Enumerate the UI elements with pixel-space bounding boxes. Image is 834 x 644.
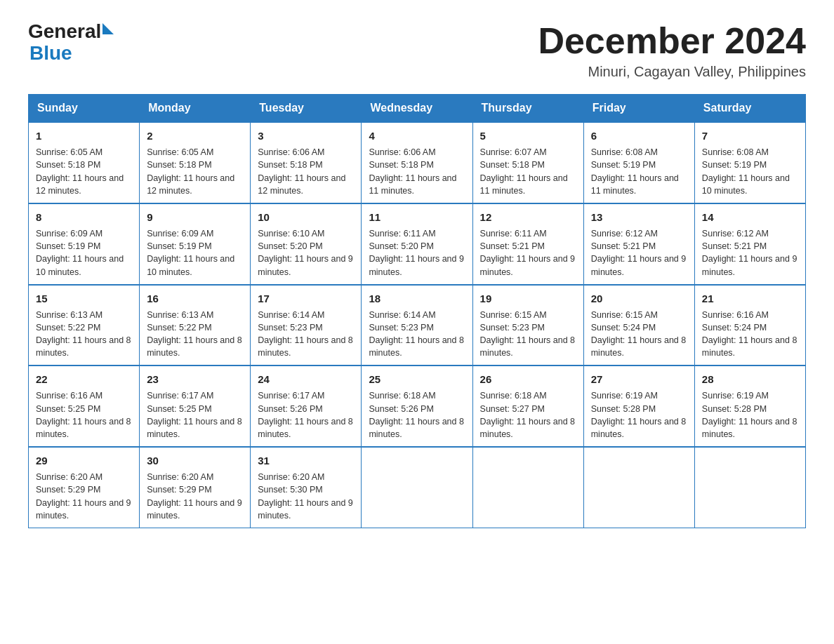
day-number: 27	[591, 372, 687, 387]
calendar-cell: 21Sunrise: 6:16 AMSunset: 5:24 PMDayligh…	[694, 285, 805, 366]
calendar-cell	[362, 447, 472, 528]
week-row-3: 15Sunrise: 6:13 AMSunset: 5:22 PMDayligh…	[29, 285, 806, 366]
calendar-cell: 23Sunrise: 6:17 AMSunset: 5:25 PMDayligh…	[140, 365, 251, 447]
day-number: 6	[591, 128, 687, 143]
calendar-cell: 13Sunrise: 6:12 AMSunset: 5:21 PMDayligh…	[583, 203, 694, 285]
calendar-cell: 9Sunrise: 6:09 AMSunset: 5:19 PMDaylight…	[140, 203, 251, 285]
day-info: Sunrise: 6:20 AMSunset: 5:30 PMDaylight:…	[258, 472, 353, 521]
day-number: 8	[36, 210, 132, 224]
day-info: Sunrise: 6:08 AMSunset: 5:19 PMDaylight:…	[591, 147, 679, 196]
day-number: 3	[258, 128, 354, 143]
day-number: 2	[147, 128, 243, 143]
day-number: 30	[147, 453, 243, 468]
day-info: Sunrise: 6:12 AMSunset: 5:21 PMDaylight:…	[591, 229, 687, 277]
day-number: 4	[369, 128, 465, 143]
logo-general-text: General	[28, 21, 101, 43]
column-header-wednesday: Wednesday	[362, 95, 472, 123]
week-row-5: 29Sunrise: 6:20 AMSunset: 5:29 PMDayligh…	[29, 447, 806, 528]
day-info: Sunrise: 6:18 AMSunset: 5:27 PMDaylight:…	[480, 391, 576, 439]
calendar-cell	[583, 447, 694, 528]
day-number: 13	[591, 210, 687, 224]
day-number: 11	[369, 210, 465, 224]
calendar-cell: 5Sunrise: 6:07 AMSunset: 5:18 PMDaylight…	[472, 122, 583, 203]
calendar-cell: 3Sunrise: 6:06 AMSunset: 5:18 PMDaylight…	[251, 122, 362, 203]
calendar-cell: 12Sunrise: 6:11 AMSunset: 5:21 PMDayligh…	[472, 203, 583, 285]
calendar-cell: 26Sunrise: 6:18 AMSunset: 5:27 PMDayligh…	[472, 365, 583, 447]
month-title: December 2024	[538, 21, 806, 61]
column-header-monday: Monday	[140, 95, 251, 123]
day-info: Sunrise: 6:09 AMSunset: 5:19 PMDaylight:…	[147, 229, 234, 277]
calendar-cell: 7Sunrise: 6:08 AMSunset: 5:19 PMDaylight…	[694, 122, 805, 203]
calendar-cell: 10Sunrise: 6:10 AMSunset: 5:20 PMDayligh…	[251, 203, 362, 285]
calendar-table: SundayMondayTuesdayWednesdayThursdayFrid…	[28, 94, 806, 528]
day-number: 21	[702, 291, 798, 306]
calendar-cell: 18Sunrise: 6:14 AMSunset: 5:23 PMDayligh…	[362, 285, 472, 366]
calendar-cell: 20Sunrise: 6:15 AMSunset: 5:24 PMDayligh…	[583, 285, 694, 366]
day-info: Sunrise: 6:07 AMSunset: 5:18 PMDaylight:…	[480, 147, 568, 196]
day-info: Sunrise: 6:15 AMSunset: 5:24 PMDaylight:…	[591, 310, 687, 358]
page-header: General Blue December 2024 Minuri, Cagay…	[28, 21, 806, 80]
day-number: 19	[480, 291, 576, 306]
day-number: 22	[36, 372, 132, 387]
calendar-cell: 19Sunrise: 6:15 AMSunset: 5:23 PMDayligh…	[472, 285, 583, 366]
column-header-sunday: Sunday	[29, 95, 140, 123]
day-number: 17	[258, 291, 354, 306]
column-header-thursday: Thursday	[472, 95, 583, 123]
day-info: Sunrise: 6:10 AMSunset: 5:20 PMDaylight:…	[258, 229, 353, 277]
day-number: 25	[369, 372, 465, 387]
day-number: 9	[147, 210, 243, 224]
calendar-cell: 15Sunrise: 6:13 AMSunset: 5:22 PMDayligh…	[29, 285, 140, 366]
day-number: 26	[480, 372, 576, 387]
column-header-tuesday: Tuesday	[251, 95, 362, 123]
calendar-cell: 6Sunrise: 6:08 AMSunset: 5:19 PMDaylight…	[583, 122, 694, 203]
calendar-cell: 16Sunrise: 6:13 AMSunset: 5:22 PMDayligh…	[140, 285, 251, 366]
calendar-cell: 31Sunrise: 6:20 AMSunset: 5:30 PMDayligh…	[251, 447, 362, 528]
day-number: 15	[36, 291, 132, 306]
calendar-cell	[472, 447, 583, 528]
day-number: 5	[480, 128, 576, 143]
week-row-1: 1Sunrise: 6:05 AMSunset: 5:18 PMDaylight…	[29, 122, 806, 203]
day-info: Sunrise: 6:20 AMSunset: 5:29 PMDaylight:…	[147, 472, 242, 521]
calendar-cell: 24Sunrise: 6:17 AMSunset: 5:26 PMDayligh…	[251, 365, 362, 447]
day-info: Sunrise: 6:20 AMSunset: 5:29 PMDaylight:…	[36, 472, 131, 521]
day-info: Sunrise: 6:05 AMSunset: 5:18 PMDaylight:…	[36, 147, 124, 196]
calendar-cell: 2Sunrise: 6:05 AMSunset: 5:18 PMDaylight…	[140, 122, 251, 203]
day-info: Sunrise: 6:08 AMSunset: 5:19 PMDaylight:…	[702, 147, 790, 196]
calendar-cell: 11Sunrise: 6:11 AMSunset: 5:20 PMDayligh…	[362, 203, 472, 285]
day-info: Sunrise: 6:17 AMSunset: 5:25 PMDaylight:…	[147, 391, 242, 439]
day-info: Sunrise: 6:19 AMSunset: 5:28 PMDaylight:…	[702, 391, 797, 439]
logo: General Blue	[28, 21, 114, 65]
day-info: Sunrise: 6:09 AMSunset: 5:19 PMDaylight:…	[36, 229, 124, 277]
day-number: 12	[480, 210, 576, 224]
day-info: Sunrise: 6:14 AMSunset: 5:23 PMDaylight:…	[258, 310, 353, 358]
calendar-cell: 30Sunrise: 6:20 AMSunset: 5:29 PMDayligh…	[140, 447, 251, 528]
logo-blue-text: Blue	[29, 43, 72, 65]
day-number: 18	[369, 291, 465, 306]
calendar-cell: 14Sunrise: 6:12 AMSunset: 5:21 PMDayligh…	[694, 203, 805, 285]
location-title: Minuri, Cagayan Valley, Philippines	[538, 64, 806, 80]
day-number: 10	[258, 210, 354, 224]
logo-triangle-icon	[102, 23, 114, 34]
day-info: Sunrise: 6:17 AMSunset: 5:26 PMDaylight:…	[258, 391, 353, 439]
calendar-header-row: SundayMondayTuesdayWednesdayThursdayFrid…	[29, 95, 806, 123]
calendar-cell: 4Sunrise: 6:06 AMSunset: 5:18 PMDaylight…	[362, 122, 472, 203]
day-info: Sunrise: 6:15 AMSunset: 5:23 PMDaylight:…	[480, 310, 576, 358]
calendar-cell: 25Sunrise: 6:18 AMSunset: 5:26 PMDayligh…	[362, 365, 472, 447]
column-header-friday: Friday	[583, 95, 694, 123]
calendar-cell: 8Sunrise: 6:09 AMSunset: 5:19 PMDaylight…	[29, 203, 140, 285]
day-number: 20	[591, 291, 687, 306]
calendar-cell: 28Sunrise: 6:19 AMSunset: 5:28 PMDayligh…	[694, 365, 805, 447]
day-number: 24	[258, 372, 354, 387]
day-info: Sunrise: 6:11 AMSunset: 5:20 PMDaylight:…	[369, 229, 464, 277]
day-info: Sunrise: 6:16 AMSunset: 5:24 PMDaylight:…	[702, 310, 797, 358]
calendar-cell: 27Sunrise: 6:19 AMSunset: 5:28 PMDayligh…	[583, 365, 694, 447]
calendar-cell: 29Sunrise: 6:20 AMSunset: 5:29 PMDayligh…	[29, 447, 140, 528]
day-info: Sunrise: 6:14 AMSunset: 5:23 PMDaylight:…	[369, 310, 464, 358]
day-number: 23	[147, 372, 243, 387]
day-number: 28	[702, 372, 798, 387]
day-number: 14	[702, 210, 798, 224]
day-info: Sunrise: 6:13 AMSunset: 5:22 PMDaylight:…	[147, 310, 242, 358]
column-header-saturday: Saturday	[694, 95, 805, 123]
day-info: Sunrise: 6:11 AMSunset: 5:21 PMDaylight:…	[480, 229, 576, 277]
day-info: Sunrise: 6:05 AMSunset: 5:18 PMDaylight:…	[147, 147, 234, 196]
